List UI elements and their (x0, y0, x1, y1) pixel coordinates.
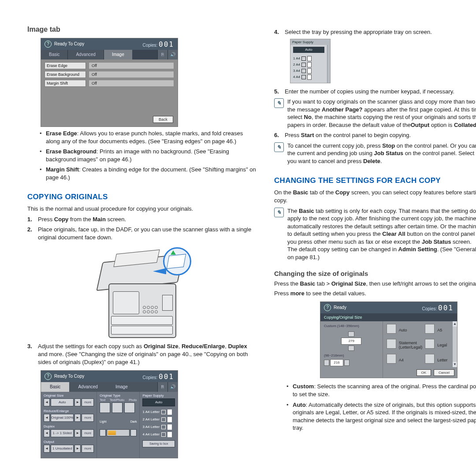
note-another-page: If you want to copy originals on the sca… (287, 98, 476, 129)
copying-originals-heading: COPYING ORIGINALS (27, 193, 257, 201)
size-option-button[interactable] (425, 324, 435, 334)
step-1: Press Copy from the Main screen. (27, 216, 257, 223)
more-button[interactable]: more (82, 398, 94, 406)
original-size-value: Auto (51, 398, 74, 406)
left-arrow-icon[interactable]: ◄ (44, 398, 50, 406)
step-5: Enter the number of copies using the num… (274, 88, 476, 96)
field-margin-shift-value: Off (89, 80, 174, 87)
note-cancel-job: To cancel the current copy job, press St… (287, 142, 476, 165)
tray-row[interactable]: 4 A4 (293, 74, 324, 80)
screenshot-original-size: ?Ready Copies: 001 Copying/Original Size… (320, 301, 457, 378)
size-option-label: Letter (437, 358, 454, 362)
callout-load-paper (163, 247, 191, 275)
bullet-custom: Custom: Selects the scanning area of the… (286, 383, 476, 398)
tab-advanced[interactable]: Advanced (69, 382, 106, 392)
size-option-button[interactable] (387, 339, 396, 349)
right-arrow-icon[interactable] (344, 360, 350, 366)
type-button-photo[interactable] (124, 402, 135, 413)
right-arrow-icon[interactable]: ► (74, 414, 81, 422)
more-button[interactable]: more (82, 445, 94, 453)
scroll-down-icon[interactable]: ▼ (453, 362, 457, 367)
changing-settings-intro: On the Basic tab of the Copy screen, you… (274, 189, 476, 204)
size-option-button[interactable] (425, 339, 435, 349)
tray-row[interactable]: 4 A4 Letter (142, 431, 175, 438)
saving-to-box-button[interactable]: Saving to box (142, 440, 175, 447)
copies-value: 001 (159, 40, 174, 48)
breadcrumb: Copying/Original Size (320, 313, 457, 321)
size-option-button[interactable] (425, 354, 435, 364)
bullet-margin-shift: Margin Shift: Creates a binding edge for… (40, 166, 257, 181)
right-arrow-icon[interactable]: ► (74, 429, 81, 437)
copies-value: 001 (438, 304, 454, 312)
up-arrow-icon[interactable] (348, 331, 354, 337)
tray-row[interactable]: 3 A4 Letter (142, 424, 175, 430)
help-icon: ? (45, 41, 52, 48)
tray-row[interactable]: 1 A4 (293, 56, 324, 62)
step-6: Press Start on the control panel to begi… (274, 131, 476, 139)
copies-label: Copies: (142, 43, 157, 48)
speaker-icon[interactable]: 🔊 (167, 382, 178, 392)
note-icon: ✎ (274, 208, 284, 217)
copying-intro: This is the normal and usual procedure f… (27, 205, 257, 213)
paper-supply-title: Paper Supply (290, 39, 330, 45)
more-button[interactable]: more (82, 414, 94, 422)
paper-supply-auto[interactable]: Auto (293, 47, 324, 53)
tab-image[interactable]: Image (107, 382, 137, 392)
save-icon[interactable]: ⎘ (157, 50, 167, 60)
right-arrow-icon[interactable]: ► (74, 445, 81, 453)
scrollbar[interactable]: ▲▼ (452, 321, 457, 367)
paper-supply-auto[interactable]: Auto (142, 398, 175, 406)
scroll-up-icon[interactable]: ▲ (453, 321, 457, 327)
height-range-label: (98~216mm) (324, 353, 379, 357)
density-left-icon[interactable] (100, 429, 106, 436)
step-2: Place originals, face up, in the DADF, o… (27, 226, 257, 241)
tab-image[interactable]: Image (104, 50, 132, 60)
help-icon: ? (324, 304, 331, 311)
size-p2: Press more to see the detail values. (274, 290, 476, 298)
type-button-textphoto[interactable] (112, 402, 123, 413)
type-button-text[interactable] (100, 402, 110, 413)
note-icon: ✎ (274, 142, 284, 152)
tray-row[interactable]: 2 A4 (293, 62, 324, 68)
copies-label: Copies: (142, 375, 157, 380)
save-icon[interactable]: ⎘ (157, 382, 167, 392)
duplex-value: 1 -> 1 Sided (51, 429, 74, 437)
field-erase-edge-value: Off (89, 62, 174, 69)
size-option-label: A4 (399, 358, 423, 362)
step-4: Select the tray by pressing the appropri… (274, 28, 476, 36)
density-right-icon[interactable] (130, 429, 137, 436)
tab-advanced[interactable]: Advanced (67, 50, 103, 60)
step-3: Adjust the settings for each copy such a… (27, 342, 257, 366)
speaker-icon[interactable]: 🔊 (167, 50, 178, 60)
more-button[interactable]: more (82, 429, 94, 437)
tab-basic[interactable]: Basic (41, 382, 69, 392)
scrollbar[interactable] (327, 45, 330, 83)
custom-range-label: Custom (148~356mm) (324, 324, 379, 328)
note-icon: ✎ (274, 98, 284, 108)
tab-basic[interactable]: Basic (41, 50, 67, 60)
size-option-button[interactable] (387, 324, 396, 334)
output-value: 1 Unsollated (51, 445, 74, 453)
tray-row[interactable]: 1 A4 Letter (142, 409, 175, 415)
back-button[interactable]: Back (153, 116, 173, 123)
field-margin-shift-label[interactable]: Margin Shift (45, 80, 86, 87)
tray-row[interactable]: 3 A4 (293, 68, 324, 74)
ok-button[interactable]: OK (416, 369, 431, 376)
bullet-erase-bg: Erase Background: Prints an image with n… (40, 148, 257, 163)
left-arrow-icon[interactable]: ◄ (44, 429, 50, 437)
left-arrow-icon[interactable]: ◄ (44, 414, 50, 422)
down-arrow-icon[interactable] (348, 346, 354, 351)
field-erase-bg-label[interactable]: Erase Background (45, 71, 86, 78)
field-erase-edge-label[interactable]: Erase Edge (45, 62, 86, 69)
left-arrow-icon[interactable] (324, 360, 329, 366)
left-arrow-icon[interactable]: ◄ (44, 445, 50, 453)
height-value: 216 (330, 359, 343, 366)
right-arrow-icon[interactable]: ► (74, 398, 81, 406)
copies-label: Copies: (422, 306, 437, 311)
density-slider[interactable] (107, 429, 130, 436)
cancel-button[interactable]: Cancel (434, 369, 454, 376)
tray-row[interactable]: 2 A4 Letter (142, 416, 175, 423)
status-text: Ready To Copy (54, 374, 84, 379)
size-option-button[interactable] (387, 354, 396, 364)
image-tab-heading: Image tab (27, 26, 257, 33)
